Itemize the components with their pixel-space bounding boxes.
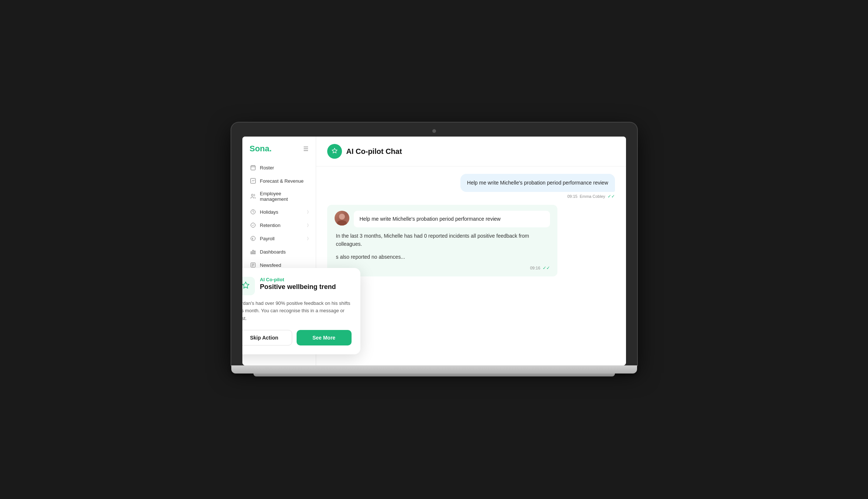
popup-header: AI Co-pilot Positive wellbeing trend <box>242 277 352 295</box>
sidebar-item-forecast[interactable]: Forecast & Revenue <box>242 174 316 187</box>
sidebar-item-holidays[interactable]: Holidays 〉 <box>242 205 316 218</box>
screen: Sona. ☰ Roster Forecast & Revenue <box>242 137 626 365</box>
copilot-header-icon <box>327 144 342 159</box>
chat-messages: Help me write Michelle's probation perio… <box>316 166 626 365</box>
chevron-right-icon2: 〉 <box>307 223 308 227</box>
sidebar-item-payroll[interactable]: £ Payroll 〉 <box>242 232 316 245</box>
popup-body: Jordan's had over 90% positive feedback … <box>242 300 352 323</box>
hamburger-icon[interactable]: ☰ <box>303 145 308 152</box>
ai-message-header: Help me write Michelle's probation perio… <box>335 211 550 227</box>
sidebar-label-retention: Retention <box>260 223 281 228</box>
popup-title: Positive wellbeing trend <box>260 283 336 291</box>
dashboards-icon <box>250 248 256 255</box>
sidebar-label-employees: Employee management <box>260 191 308 202</box>
svg-point-5 <box>251 194 253 196</box>
newsfeed-icon <box>250 262 256 268</box>
sidebar-label-dashboards: Dashboards <box>260 249 286 255</box>
ai-message-time: 09:16 <box>530 266 540 270</box>
svg-rect-0 <box>251 166 255 170</box>
popup-card: AI Co-pilot Positive wellbeing trend Jor… <box>242 268 360 354</box>
app-logo: Sona. <box>250 144 272 154</box>
laptop-base <box>231 365 637 374</box>
avatar <box>335 211 349 226</box>
chart-icon <box>250 178 256 184</box>
screen-bezel: Sona. ☰ Roster Forecast & Revenue <box>231 123 637 365</box>
ai-message-footer: 09:16 ✓✓ <box>335 265 550 271</box>
popup-label: AI Co-pilot <box>260 277 336 282</box>
svg-rect-10 <box>251 252 252 254</box>
ai-read-check-icon: ✓✓ <box>543 265 550 271</box>
sidebar-label-roster: Roster <box>260 165 274 171</box>
ai-quote-bubble: Help me write Michelle's probation perio… <box>354 211 550 227</box>
user-bubble: Help me write Michelle's probation perio… <box>460 174 615 192</box>
sidebar-label-forecast: Forecast & Revenue <box>260 178 304 184</box>
svg-rect-11 <box>252 250 253 254</box>
camera-notch <box>432 129 436 133</box>
chat-title: AI Co-pilot Chat <box>346 147 402 156</box>
chevron-right-icon: 〉 <box>307 210 308 214</box>
holidays-icon <box>250 209 256 215</box>
chevron-right-icon3: 〉 <box>307 236 308 241</box>
sidebar-item-employees[interactable]: Employee management <box>242 187 316 205</box>
sidebar-item-retention[interactable]: Retention 〉 <box>242 218 316 232</box>
retention-icon <box>250 222 256 228</box>
laptop-container: Sona. ☰ Roster Forecast & Revenue <box>231 123 637 376</box>
ai-body-text-2: s also reported no absences... <box>335 253 550 261</box>
see-more-button[interactable]: See More <box>297 330 352 345</box>
user-message-time: 09:15 <box>567 194 578 199</box>
laptop-foot <box>253 374 615 376</box>
popup-actions: Skip Action See More <box>242 330 352 345</box>
calendar-icon <box>250 164 256 171</box>
user-message-sender: Emma Cobley <box>580 194 605 199</box>
main-content: AI Co-pilot Chat Help me write Michelle'… <box>316 137 626 365</box>
read-check-icon: ✓✓ <box>608 194 615 199</box>
avatar-image <box>335 211 349 226</box>
popup-icon-box <box>242 277 255 295</box>
svg-rect-12 <box>254 251 255 254</box>
logo-area: Sona. ☰ <box>242 144 316 161</box>
payroll-icon: £ <box>250 235 256 242</box>
users-icon <box>250 193 256 200</box>
sidebar-item-roster[interactable]: Roster <box>242 161 316 174</box>
sidebar-label-holidays: Holidays <box>260 209 279 215</box>
skip-action-button[interactable]: Skip Action <box>242 330 292 345</box>
sidebar-label-payroll: Payroll <box>260 236 275 241</box>
popup-title-group: AI Co-pilot Positive wellbeing trend <box>260 277 336 291</box>
ai-body-text-1: In the last 3 months, Michelle has had 0… <box>335 232 550 248</box>
chat-header: AI Co-pilot Chat <box>316 137 626 166</box>
svg-text:£: £ <box>252 237 253 240</box>
user-message: Help me write Michelle's probation perio… <box>460 174 615 199</box>
ai-message: Help me write Michelle's probation perio… <box>327 205 557 276</box>
user-message-meta: 09:15 Emma Cobley ✓✓ <box>567 194 615 199</box>
sidebar-item-dashboards[interactable]: Dashboards <box>242 245 316 258</box>
sidebar-label-newsfeed: Newsfeed <box>260 262 281 268</box>
